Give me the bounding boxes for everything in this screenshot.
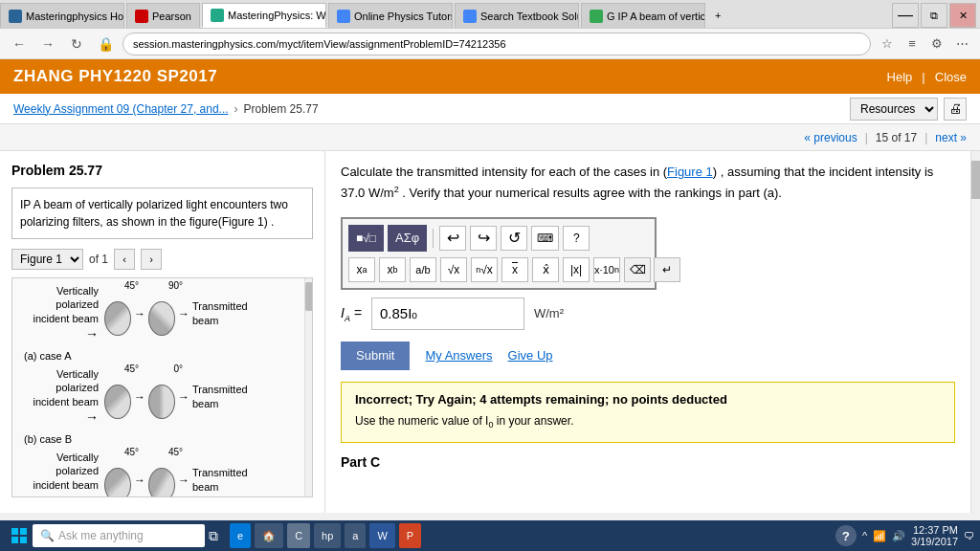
nav-row: « previous | 15 of 17 | next »: [0, 124, 980, 151]
tab-label: Masteringphysics Homew: [26, 11, 124, 22]
close-button[interactable]: ✕: [949, 3, 976, 28]
question-text: Calculate the transmitted intensity for …: [341, 163, 955, 204]
math-special-btn1[interactable]: ■√□: [348, 225, 384, 252]
case-a-label: Verticallypolarizedincident beam →: [18, 284, 104, 342]
maximize-button[interactable]: ⧉: [921, 3, 947, 28]
hp-icon[interactable]: hp: [314, 523, 341, 548]
print-button[interactable]: 🖨: [944, 98, 967, 121]
math-xa-btn[interactable]: xa: [348, 257, 375, 282]
breadcrumb-link[interactable]: Weekly Assignment 09 (Chapter 27, and...: [13, 102, 229, 116]
tab-masteringphysics-home[interactable]: Masteringphysics Homew: [0, 3, 124, 28]
breadcrumb-current: Problem 25.77: [244, 102, 319, 116]
main-content: Problem 25.77 IP A beam of vertically po…: [0, 151, 980, 513]
resources-select[interactable]: Resources: [850, 98, 938, 121]
chrome-icon[interactable]: C: [287, 523, 310, 548]
tab-physics-tutors[interactable]: Online Physics Tutors | Ch: [328, 3, 453, 28]
bookmark-icon[interactable]: ☆: [877, 33, 898, 55]
case-b-label: Verticallypolarizedincident beam →: [18, 367, 104, 426]
problem-position: 15 of 17: [876, 131, 917, 144]
taskbar: 🔍 Ask me anything ⧉ e 🏠 C hp a W P ? ^ 📶…: [0, 520, 980, 551]
clock-date: 3/19/2017: [911, 536, 958, 547]
math-xb-btn[interactable]: xb: [379, 257, 406, 282]
math-undo-btn[interactable]: ↩: [439, 226, 466, 251]
amazon-icon[interactable]: a: [345, 523, 366, 548]
clock-time: 12:37 PM: [911, 524, 958, 536]
edge-browser-icon[interactable]: e: [230, 523, 251, 548]
help-link[interactable]: Help: [887, 70, 913, 84]
page-scrollbar[interactable]: [970, 151, 980, 513]
close-link[interactable]: Close: [935, 70, 967, 84]
more-options-icon[interactable]: ⋯: [951, 33, 972, 55]
next-link[interactable]: next »: [935, 131, 967, 144]
forward-button[interactable]: →: [36, 33, 59, 55]
math-refresh-btn[interactable]: ↺: [501, 226, 527, 251]
tab-vertically-pol[interactable]: G IP A beam of vertically pol: [581, 3, 705, 28]
notification-button[interactable]: 🗨: [964, 530, 974, 541]
tab-mastering-active[interactable]: MasteringPhysics: Wee ✕: [202, 3, 326, 28]
math-overline-btn[interactable]: x: [501, 257, 528, 282]
math-hat-btn[interactable]: x̂: [532, 257, 559, 282]
figure-nav: Figure 1 of 1 ‹ ›: [11, 249, 313, 270]
powerpoint-icon[interactable]: P: [399, 523, 421, 548]
math-help-btn[interactable]: ?: [563, 226, 590, 251]
lock-icon: 🔒: [94, 33, 117, 55]
math-nthroot-btn[interactable]: n√x: [471, 257, 498, 282]
filter-b1: 45°: [104, 375, 131, 419]
explorer-icon[interactable]: 🏠: [255, 523, 283, 548]
tab-pearson[interactable]: Pearson: [126, 3, 200, 28]
refresh-button[interactable]: ↻: [65, 33, 88, 55]
nav-sep2: |: [924, 131, 927, 144]
windows-start-button[interactable]: [6, 522, 33, 549]
figure-next-button[interactable]: ›: [141, 249, 162, 270]
tab-label: G IP A beam of vertically pol: [607, 11, 705, 22]
case-c-filters: 45° → 45° → Transmittedbeam: [104, 458, 248, 497]
error-title: Incorrect; Try Again; 4 attempts remaini…: [355, 392, 941, 407]
back-button[interactable]: ←: [8, 33, 31, 55]
windows-icon: [11, 528, 27, 543]
header-sep: |: [922, 70, 924, 84]
resources-area: Resources 🖨: [850, 98, 967, 121]
scrollbar[interactable]: [304, 278, 312, 496]
figure-select[interactable]: Figure 1: [11, 249, 83, 270]
transmitted-a: Transmittedbeam: [192, 299, 248, 327]
hamburger-menu[interactable]: ≡: [902, 33, 923, 55]
taskbar-search-bar[interactable]: 🔍 Ask me anything: [33, 524, 205, 547]
browser-toolbar-icons: ☆ ≡ ⚙ ⋯: [877, 33, 972, 55]
word-icon[interactable]: W: [369, 523, 394, 548]
tab-textbook-solutions[interactable]: Search Textbook Solution: [455, 3, 579, 28]
math-enter-btn[interactable]: ↵: [654, 257, 680, 282]
answer-input[interactable]: [371, 298, 524, 330]
svg-rect-1: [20, 528, 27, 535]
figure-prev-button[interactable]: ‹: [114, 249, 135, 270]
math-fraction-btn[interactable]: a/b: [410, 257, 436, 282]
caret-icon[interactable]: ^: [862, 530, 867, 541]
transmitted-c: Transmittedbeam: [192, 466, 248, 494]
math-redo-btn[interactable]: ↪: [470, 226, 497, 251]
extensions-icon[interactable]: ⚙: [926, 33, 947, 55]
math-separator: [433, 229, 434, 248]
math-keyboard-btn[interactable]: ⌨: [531, 226, 559, 251]
case-a-label-text: (a) case A: [24, 350, 306, 362]
network-icon[interactable]: 📶: [873, 530, 886, 542]
figure-ref-link[interactable]: Figure 1: [667, 165, 713, 179]
math-sigma-btn[interactable]: AΣφ: [388, 225, 427, 252]
minimize-button[interactable]: —: [892, 3, 919, 28]
help-circle-icon[interactable]: ?: [835, 525, 857, 546]
address-bar[interactable]: [122, 33, 871, 55]
give-up-link[interactable]: Give Up: [508, 348, 553, 363]
volume-icon[interactable]: 🔊: [892, 530, 905, 542]
math-abs-btn[interactable]: |x|: [563, 257, 590, 282]
my-answers-link[interactable]: My Answers: [425, 348, 492, 363]
new-tab-button[interactable]: +: [707, 3, 728, 28]
previous-link[interactable]: « previous: [804, 131, 857, 144]
math-times10-btn[interactable]: x·10n: [593, 257, 620, 282]
submit-button[interactable]: Submit: [341, 342, 410, 370]
filter-c2: 45°: [148, 458, 175, 497]
task-view-button[interactable]: ⧉: [205, 528, 222, 544]
math-delete-btn[interactable]: ⌫: [624, 257, 651, 282]
system-clock[interactable]: 12:37 PM 3/19/2017: [911, 524, 958, 547]
right-panel: Calculate the transmitted intensity for …: [325, 151, 970, 513]
case-a-filters: 45° → 90° → Transmittedbeam: [104, 292, 248, 336]
math-sqrt-btn[interactable]: √x: [440, 257, 467, 282]
filter-a2: 90°: [148, 292, 175, 336]
